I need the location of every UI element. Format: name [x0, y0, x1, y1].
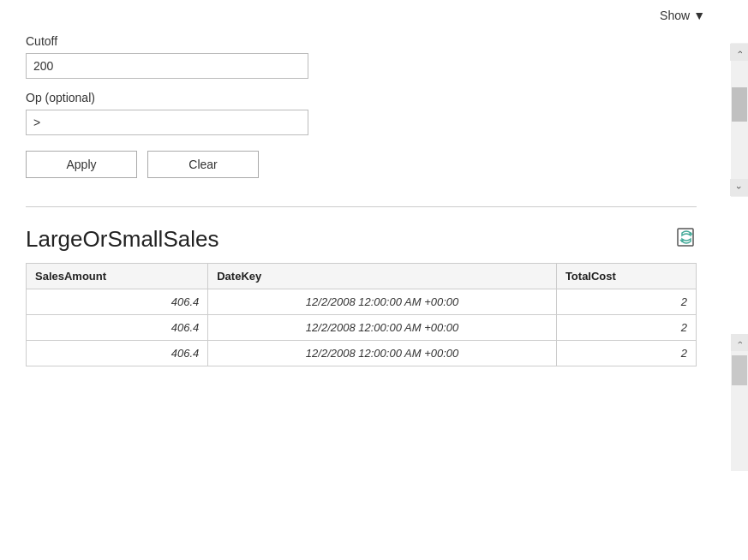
cell-sales-amount-3: 406.4 — [27, 341, 208, 366]
op-label: Op (optional) — [26, 91, 722, 104]
main-container: Show ▼ › › Cutoff Op (optional) Apply — [0, 0, 748, 560]
table-row: 406.4 12/2/2008 12:00:00 AM +00:00 2 — [27, 289, 697, 315]
col-header-date-key: DateKey — [208, 264, 557, 289]
cell-total-cost-3: 2 — [556, 341, 696, 366]
op-input[interactable] — [26, 110, 308, 135]
cutoff-input[interactable] — [26, 53, 308, 79]
button-row: Apply Clear — [26, 151, 722, 178]
result-scroll-up-arrow[interactable]: › — [731, 334, 748, 351]
result-scroll-thumb[interactable] — [732, 355, 747, 385]
cell-sales-amount-2: 406.4 — [27, 315, 208, 341]
results-header: LargeOrSmallSales — [26, 226, 722, 253]
table-header: SalesAmount DateKey TotalCost — [27, 264, 697, 289]
cell-date-key-1: 12/2/2008 12:00:00 AM +00:00 — [208, 289, 557, 315]
col-header-sales-amount: SalesAmount — [27, 264, 208, 289]
cell-date-key-3: 12/2/2008 12:00:00 AM +00:00 — [208, 341, 557, 366]
refresh-icon[interactable] — [676, 227, 697, 252]
table-header-row: SalesAmount DateKey TotalCost — [27, 264, 697, 289]
table-body: 406.4 12/2/2008 12:00:00 AM +00:00 2 406… — [27, 289, 697, 366]
cell-total-cost-2: 2 — [556, 315, 696, 341]
content-area: Cutoff Op (optional) Apply Clear LargeO — [0, 0, 748, 560]
table-row: 406.4 12/2/2008 12:00:00 AM +00:00 2 — [27, 341, 697, 366]
cell-total-cost-1: 2 — [556, 289, 696, 315]
cutoff-label: Cutoff — [26, 34, 722, 48]
cutoff-field-group: Cutoff — [26, 34, 722, 79]
data-table: SalesAmount DateKey TotalCost 406.4 12/2… — [26, 263, 697, 366]
results-section: LargeOrSmallSales SalesAmount DateKe — [26, 223, 722, 366]
cell-date-key-2: 12/2/2008 12:00:00 AM +00:00 — [208, 315, 557, 341]
op-field-group: Op (optional) — [26, 91, 722, 135]
clear-label: Clear — [188, 158, 217, 171]
col-header-total-cost: TotalCost — [556, 264, 696, 289]
apply-label: Apply — [66, 158, 96, 171]
right-scrollbar-results: › — [731, 334, 748, 471]
table-row: 406.4 12/2/2008 12:00:00 AM +00:00 2 — [27, 315, 697, 341]
cell-sales-amount-1: 406.4 — [27, 289, 208, 315]
result-scroll-track — [731, 351, 748, 471]
clear-button[interactable]: Clear — [147, 151, 259, 178]
section-divider — [26, 206, 697, 207]
apply-button[interactable]: Apply — [26, 151, 137, 178]
form-section: Cutoff Op (optional) Apply Clear — [26, 17, 722, 191]
results-title: LargeOrSmallSales — [26, 226, 218, 253]
